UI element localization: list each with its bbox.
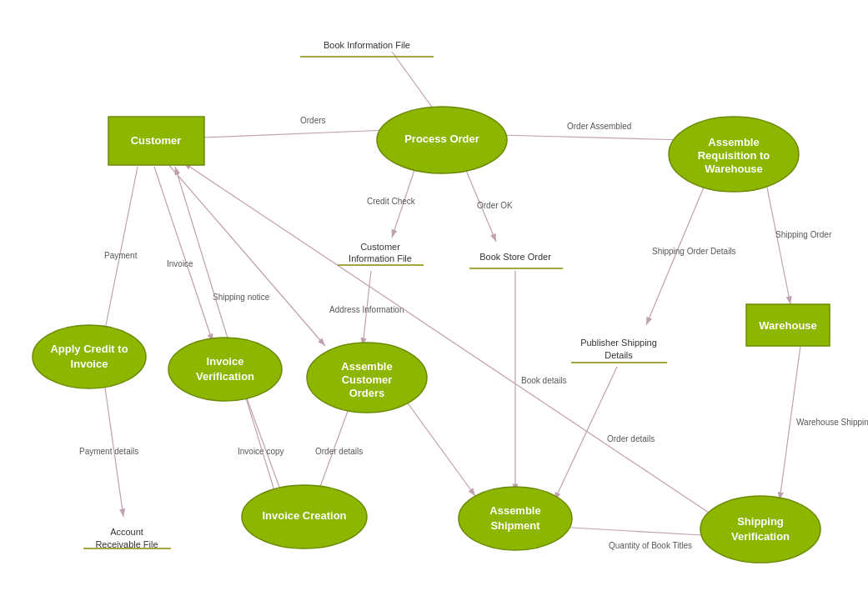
file-acct-recv-label1: Account [110,527,143,537]
node-process-order[interactable]: Process Order [377,107,507,173]
edge-assembleorders-assembleshipment [404,398,475,496]
edge-cust-assembleorders [167,163,325,346]
edge-cust-applycredit [104,167,138,333]
label-invoice: Invoice [167,259,193,268]
label-orderok: Order OK [477,201,513,210]
node-shipping-verification[interactable]: Shipping Verification [700,496,820,563]
node-warehouse-label: Warehouse [759,319,817,332]
label-payment: Payment [104,251,138,260]
svg-point-13 [700,496,820,563]
node-applycredit-label1: Apply Credit to [50,343,128,355]
node-warehouse[interactable]: Warehouse [746,304,830,346]
diagram-svg: Orders Credit Check Order OK Order Assem… [0,0,868,596]
edge-po-assreq [500,135,684,140]
node-invoice-verification[interactable]: Invoice Verification [168,338,282,401]
node-assembleorders-label1: Assemble [341,360,392,373]
svg-point-9 [168,338,282,401]
file-publisher-shipping: Publisher Shipping Details [571,338,667,363]
node-assreq-label1: Assemble [708,136,759,148]
node-assembleorders-label2: Customer [342,373,393,386]
label-bookdetails: Book details [521,376,566,385]
file-book-info-label: Book Information File [324,40,410,50]
node-customer[interactable]: Customer [108,117,204,165]
file-customer-info: Customer Information File [338,242,424,265]
label-quantitybook: Quantity of Book Titles [609,541,692,550]
label-orderdetails2: Order details [315,447,363,456]
label-invoicecopy: Invoice copy [238,447,284,456]
file-publisher-shipping-label2: Details [605,350,633,360]
node-apply-credit[interactable]: Apply Credit to Invoice [33,325,146,388]
file-acct-recv-label2: Receivable File [95,539,158,549]
edge-pubship-assembleshipment [554,367,617,500]
node-assemble-shipment[interactable]: Assemble Shipment [459,487,572,550]
label-shippingnotice: Shipping notice [213,293,270,302]
node-shipverif-label2: Verification [731,530,790,543]
node-applycredit-label2: Invoice [71,358,108,370]
label-orderdetails1: Order details [607,434,655,443]
label-addressinfo: Address Information [329,305,404,314]
file-book-info: Book Information File [300,40,434,57]
file-book-store-label: Book Store Order [479,252,551,262]
node-invoiceverif-label2: Verification [196,370,254,383]
node-shipverif-label1: Shipping [737,515,784,528]
node-assreq-label2: Requisition to [698,149,770,162]
edge-assembleshipment-shipverif [557,527,717,536]
label-orderassembled: Order Assembled [567,122,631,131]
label-creditcheck: Credit Check [367,197,416,206]
node-assembleshipment-label2: Shipment [490,519,540,532]
label-shippingorderdetails: Shipping Order Details [652,247,736,256]
file-customer-info-label: Customer [360,242,400,252]
file-book-store: Book Store Order [469,252,563,268]
node-assemble-requisition[interactable]: Assemble Requisition to Warehouse [669,117,799,192]
edge-invoicecreation-customer [175,167,279,507]
node-assemble-customer-orders[interactable]: Assemble Customer Orders [307,343,427,413]
node-invoiceverif-label1: Invoice [207,355,244,368]
node-assreq-label3: Warehouse [705,163,763,175]
label-paymentdetails: Payment details [79,447,138,456]
file-publisher-shipping-label1: Publisher Shipping [580,338,657,348]
node-customer-label: Customer [131,134,182,147]
node-invoice-creation[interactable]: Invoice Creation [242,485,367,548]
node-assembleshipment-label1: Assemble [489,504,540,517]
file-account-receivable: Account Receivable File [83,527,171,549]
label-orders: Orders [300,116,326,125]
node-assembleorders-label3: Orders [349,387,385,399]
svg-point-12 [459,487,572,550]
edge-assreq-warehouse [765,179,790,304]
file-customer-info-label2: Information File [349,253,412,263]
label-warehouseshipping: Warehouse Shipping Information [796,418,868,427]
node-invoicecreation-label: Invoice Creation [262,509,346,522]
label-shippingorder: Shipping Order [775,230,832,239]
diagram-container: Orders Credit Check Order OK Order Assem… [0,0,868,596]
node-process-order-label: Process Order [404,133,479,145]
svg-point-8 [33,325,146,388]
